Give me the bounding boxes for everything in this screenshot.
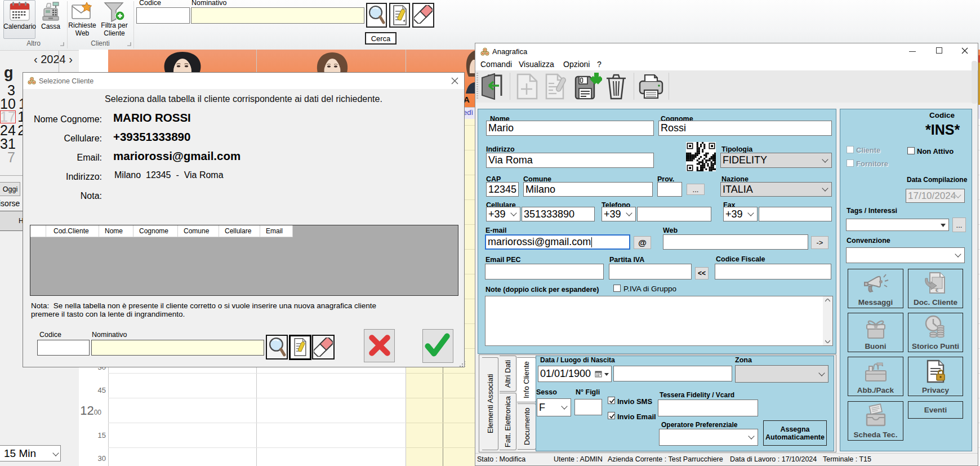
- svg-text:€: €: [936, 287, 938, 293]
